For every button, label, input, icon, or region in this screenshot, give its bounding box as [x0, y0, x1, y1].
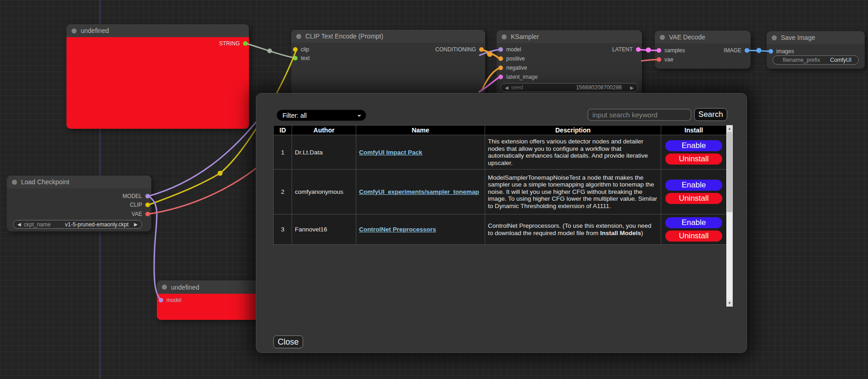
output-port-latent[interactable]: LATENT	[612, 46, 641, 53]
collapse-dot-icon[interactable]	[12, 180, 17, 185]
filename-prefix-widget[interactable]: filename_prefix ComfyUI	[773, 55, 859, 65]
scrollbar[interactable]: ▲ ▼	[726, 125, 733, 307]
input-port-clip[interactable]: clip	[293, 46, 309, 53]
port-dot-images[interactable]	[768, 49, 773, 54]
input-port-latent-image[interactable]: latent_image	[498, 74, 538, 80]
description-text: )	[641, 230, 643, 236]
port-dot-image[interactable]	[745, 48, 749, 53]
input-port-model[interactable]: model	[159, 297, 182, 303]
node-header[interactable]: VAE Decode	[655, 31, 751, 44]
port-dot-model[interactable]	[145, 194, 150, 198]
node-title: VAE Decode	[669, 33, 705, 41]
search-input[interactable]	[587, 109, 691, 121]
enable-button[interactable]: Enable	[665, 140, 723, 152]
port-dot-vae[interactable]	[145, 212, 150, 216]
output-port-clip[interactable]: CLIP	[130, 202, 150, 208]
port-dot-clip[interactable]	[293, 47, 298, 52]
node-undefined-top[interactable]: undefined STRING	[66, 24, 249, 129]
collapse-dot-icon[interactable]	[660, 35, 665, 40]
header-install: Install	[661, 126, 727, 135]
decrement-arrow-icon[interactable]: ◀	[505, 85, 509, 90]
port-dot-samples[interactable]	[657, 48, 661, 53]
table-header-row: ID Author Name Description Install	[274, 126, 727, 135]
cell-description: This extension offers various detector n…	[485, 135, 661, 170]
port-dot-latent-image[interactable]	[498, 75, 503, 79]
increment-arrow-icon[interactable]: ▶	[630, 85, 634, 90]
node-title: KSampler	[511, 33, 539, 40]
extension-link[interactable]: ControlNet Preprocessors	[359, 226, 436, 233]
input-port-images[interactable]: images	[768, 48, 794, 55]
enable-button[interactable]: Enable	[665, 179, 723, 191]
seed-widget[interactable]: ◀ seed 156680208700286 ▶	[500, 83, 638, 92]
input-port-text[interactable]: text	[293, 55, 310, 61]
port-dot-string[interactable]	[243, 41, 248, 46]
port-dot-positive[interactable]	[498, 56, 503, 61]
port-label: LATENT	[612, 46, 633, 53]
port-dot-conditioning[interactable]	[479, 47, 484, 52]
reroute-dot	[267, 49, 272, 53]
uninstall-button[interactable]: Uninstall	[665, 230, 723, 242]
input-port-negative[interactable]: negative	[498, 65, 527, 71]
cell-description: ControlNet Preprocessors. (To use this e…	[485, 214, 661, 245]
close-button[interactable]: Close	[273, 335, 303, 348]
extension-link[interactable]: ComfyUI Impact Pack	[359, 149, 422, 156]
node-header[interactable]: undefined	[66, 24, 249, 37]
output-port-vae[interactable]: VAE	[132, 211, 150, 217]
output-port-image[interactable]: IMAGE	[724, 47, 749, 54]
scrollbar-up-arrow-icon[interactable]: ▲	[726, 125, 733, 132]
node-vae-decode[interactable]: VAE Decode samples vae IMAGE	[655, 31, 751, 69]
reroute-dot	[646, 48, 651, 53]
port-label: clip	[301, 46, 309, 53]
port-label: latent_image	[506, 74, 538, 80]
scrollbar-thumb[interactable]	[727, 132, 732, 212]
collapse-dot-icon[interactable]	[772, 35, 777, 40]
node-header[interactable]: Save Image	[767, 31, 865, 44]
port-dot-model[interactable]	[159, 298, 163, 302]
input-port-vae[interactable]: vae	[657, 56, 673, 63]
port-dot-text[interactable]	[293, 56, 298, 60]
reroute-dot	[487, 51, 492, 57]
port-dot-model[interactable]	[498, 47, 503, 52]
output-port-conditioning[interactable]: CONDITIONING	[435, 46, 484, 53]
port-dot-clip[interactable]	[145, 203, 150, 207]
decrement-arrow-icon[interactable]: ◀	[17, 222, 21, 227]
port-dot-latent[interactable]	[636, 47, 641, 52]
node-title: Load Checkpoint	[21, 178, 69, 186]
port-label: text	[301, 55, 310, 61]
collapse-dot-icon[interactable]	[296, 34, 301, 39]
node-header[interactable]: CLIP Text Encode (Prompt)	[291, 30, 485, 43]
input-port-model[interactable]: model	[498, 46, 521, 53]
ckpt-name-widget[interactable]: ◀ ckpt_name v1-5-pruned-emaonly.ckpt ▶	[13, 220, 142, 229]
output-port-string[interactable]: STRING	[219, 40, 248, 47]
input-port-samples[interactable]: samples	[657, 47, 685, 54]
scrollbar-down-arrow-icon[interactable]: ▼	[726, 300, 733, 307]
cell-author: Fannovel16	[292, 214, 356, 245]
node-ksampler[interactable]: KSampler model positive negative latent_…	[497, 30, 642, 97]
enable-button[interactable]: Enable	[665, 217, 723, 229]
collapse-dot-icon[interactable]	[162, 285, 167, 290]
extension-link[interactable]: ComfyUI_experiments/sampler_tonemap	[359, 188, 479, 195]
header-name: Name	[356, 126, 485, 135]
uninstall-button[interactable]: Uninstall	[665, 153, 723, 165]
collapse-dot-icon[interactable]	[502, 34, 507, 39]
widget-label: ckpt_name	[24, 221, 51, 228]
node-header[interactable]: KSampler	[497, 30, 642, 43]
port-label: negative	[506, 65, 527, 71]
input-port-positive[interactable]: positive	[498, 55, 525, 62]
node-clip-text-encode[interactable]: CLIP Text Encode (Prompt) clip text COND…	[291, 30, 485, 96]
description-text: ModelSamplerTonemapNoiseTest a node that…	[488, 174, 657, 209]
filter-select[interactable]: Filter: all	[276, 110, 366, 121]
collapse-dot-icon[interactable]	[72, 28, 77, 33]
node-save-image[interactable]: Save Image images filename_prefix ComfyU…	[767, 31, 865, 69]
port-dot-negative[interactable]	[498, 66, 503, 70]
search-button[interactable]: Search	[694, 108, 727, 121]
uninstall-button[interactable]: Uninstall	[665, 192, 723, 204]
increment-arrow-icon[interactable]: ▶	[134, 222, 138, 227]
port-dot-vae[interactable]	[657, 57, 661, 62]
header-id: ID	[274, 126, 292, 135]
output-port-model[interactable]: MODEL	[122, 193, 150, 199]
cell-author: Dr.Lt.Data	[292, 135, 356, 170]
node-header[interactable]: Load Checkpoint	[7, 176, 151, 188]
node-load-checkpoint[interactable]: Load Checkpoint MODEL CLIP VAE ◀ ckpt_na…	[7, 176, 151, 231]
port-label: IMAGE	[724, 47, 741, 54]
